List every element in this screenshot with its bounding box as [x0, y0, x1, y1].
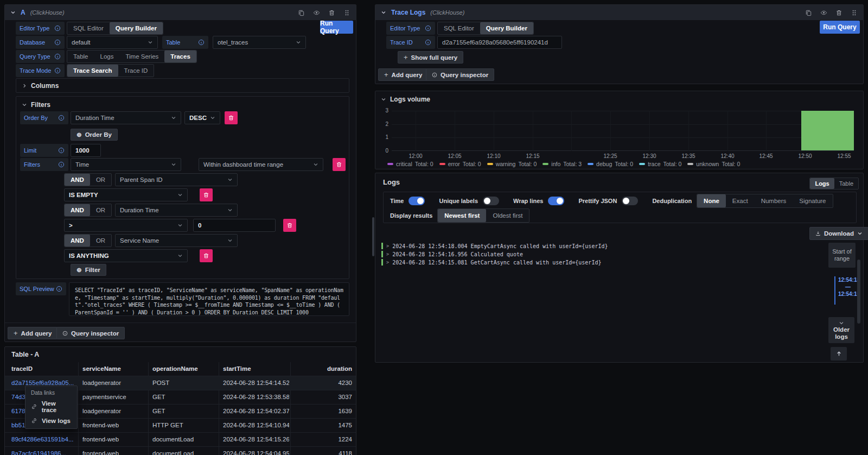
option-table-view[interactable]: Table	[834, 178, 858, 189]
collapse-chevron-icon[interactable]	[381, 10, 386, 15]
option-trace-search[interactable]: Trace Search	[67, 65, 118, 77]
option-signature[interactable]: Signature	[793, 194, 832, 207]
trace-id-input[interactable]: d2a7155ef6a928a05680e5ff6190241d	[437, 36, 562, 49]
column-header-servicename[interactable]: serviceName	[82, 365, 146, 372]
show-full-query-button[interactable]: +Show full query	[398, 51, 463, 64]
info-icon[interactable]	[58, 115, 65, 121]
option-none[interactable]: None	[697, 194, 726, 207]
info-icon[interactable]	[425, 25, 431, 31]
run-query-button[interactable]: Run Query	[820, 21, 860, 34]
add-query-button[interactable]: +Add query	[8, 327, 58, 339]
option-newest-first[interactable]: Newest first	[438, 209, 486, 222]
option-oldest-first[interactable]: Oldest first	[486, 209, 529, 222]
panel-a-header[interactable]: A (ClickHouse)	[5, 5, 356, 20]
columns-section[interactable]: Columns	[16, 78, 349, 93]
trace-mode-switch[interactable]: Trace Search Trace ID	[67, 64, 154, 77]
info-icon[interactable]	[54, 25, 61, 31]
scroll-to-top-button[interactable]	[831, 347, 847, 361]
view-trace-menu-item[interactable]: View trace	[25, 398, 77, 415]
option-query-builder[interactable]: Query Builder	[480, 22, 533, 34]
prettify-json-toggle[interactable]	[622, 197, 638, 205]
table-panel-title[interactable]: Table - A	[11, 351, 39, 358]
option-and[interactable]: AND	[65, 235, 90, 247]
delete-panel-icon[interactable]	[328, 9, 335, 16]
older-logs-button[interactable]: Older logs	[828, 317, 854, 343]
logs-volume-title[interactable]: Logs volume	[390, 96, 430, 103]
filter-operator-select[interactable]: IS EMPTY	[64, 188, 188, 201]
collapse-chevron-icon[interactable]	[10, 10, 16, 15]
duplicate-icon[interactable]	[298, 9, 305, 16]
legend-item[interactable]: errorTotal: 0	[439, 161, 481, 167]
option-or[interactable]: OR	[90, 204, 111, 216]
order-by-direction-select[interactable]: DESC	[184, 111, 220, 124]
order-by-field-select[interactable]: Duration Time	[71, 111, 181, 124]
info-icon[interactable]	[54, 39, 61, 46]
info-logs-bar[interactable]	[801, 111, 854, 150]
info-icon[interactable]	[425, 39, 431, 46]
column-header-starttime[interactable]: startTime	[223, 365, 289, 372]
expand-chevron-icon[interactable]: >	[386, 243, 389, 249]
option-sql-editor[interactable]: SQL Editor	[438, 22, 480, 34]
legend-item[interactable]: warningTotal: 0	[487, 161, 537, 167]
log-row[interactable]: > 2024-06-28 12:54:18.004 EmptyCartAsync…	[381, 242, 608, 250]
editor-type-switch[interactable]: SQL Editor Query Builder	[67, 22, 163, 35]
database-select[interactable]: default	[67, 36, 158, 49]
option-and[interactable]: AND	[65, 174, 90, 186]
log-row[interactable]: > 2024-06-28 12:54:16.956 Calculated quo…	[381, 250, 523, 258]
remove-order-by-button[interactable]	[225, 111, 238, 124]
table-select[interactable]: otel_traces	[213, 36, 306, 49]
drag-handle-icon[interactable]	[343, 9, 350, 16]
legend-item[interactable]: unknownTotal: 0	[687, 161, 740, 167]
scrollbar-thumb[interactable]	[372, 217, 374, 256]
filter-field-select[interactable]: Parent Span ID	[115, 173, 238, 186]
option-and[interactable]: AND	[65, 204, 90, 216]
unique-labels-toggle[interactable]	[483, 197, 499, 205]
remove-filter-button[interactable]	[200, 188, 213, 201]
add-query-button[interactable]: +Add query	[378, 68, 428, 81]
time-toggle[interactable]	[409, 197, 425, 205]
editor-type-switch[interactable]: SQL Editor Query Builder	[437, 22, 534, 35]
duplicate-icon[interactable]	[805, 9, 812, 16]
bool-operator-switch[interactable]: AND OR	[64, 204, 112, 217]
legend-item[interactable]: criticalTotal: 0	[387, 161, 433, 167]
query-type-switch[interactable]: Table Logs Time Series Traces	[67, 50, 197, 63]
trace-logs-header[interactable]: Trace Logs (ClickHouse)	[375, 5, 863, 20]
column-header-traceid[interactable]: traceID	[11, 365, 76, 372]
option-traces[interactable]: Traces	[164, 50, 196, 62]
hide-eye-icon[interactable]	[313, 9, 320, 16]
option-or[interactable]: OR	[90, 235, 111, 247]
info-icon[interactable]	[54, 67, 61, 74]
option-time-series[interactable]: Time Series	[119, 50, 164, 62]
info-icon[interactable]	[58, 147, 65, 154]
wrap-lines-toggle[interactable]	[548, 197, 564, 205]
drag-handle-icon[interactable]	[851, 9, 858, 16]
option-exact[interactable]: Exact	[726, 194, 755, 207]
legend-item[interactable]: traceTotal: 0	[639, 161, 681, 167]
limit-input[interactable]: 1000	[71, 144, 101, 157]
logs-volume-plot[interactable]	[392, 111, 854, 151]
query-inspector-button[interactable]: Query inspector	[56, 327, 125, 339]
option-numbers[interactable]: Numbers	[755, 194, 793, 207]
option-sql-editor[interactable]: SQL Editor	[67, 22, 110, 34]
legend-item[interactable]: infoTotal: 3	[542, 161, 582, 167]
logs-scrollbar-thumb[interactable]	[857, 260, 860, 324]
add-order-by-button[interactable]: ⊕Order By	[71, 129, 118, 141]
filter-operator-select[interactable]: >	[64, 219, 188, 232]
option-table[interactable]: Table	[67, 50, 94, 62]
option-logs-view[interactable]: Logs	[810, 178, 834, 189]
columns-section-title[interactable]: Columns	[31, 82, 59, 90]
log-row[interactable]: > 2024-06-28 12:54:15.081 GetCartAsync c…	[381, 258, 601, 266]
remove-filter-button[interactable]	[200, 249, 213, 262]
option-trace-id[interactable]: Trace ID	[118, 65, 154, 77]
trace-link[interactable]: 8a7acfc61941986...	[11, 450, 76, 455]
bool-operator-switch[interactable]: AND OR	[64, 173, 112, 186]
filters-section-title[interactable]: Filters	[31, 101, 50, 109]
deduplication-switch[interactable]: None Exact Numbers Signature	[697, 194, 833, 208]
option-logs[interactable]: Logs	[94, 50, 120, 62]
info-icon[interactable]	[54, 53, 61, 60]
remove-filter-button[interactable]	[333, 158, 346, 171]
logs-view-switch[interactable]: Logs Table	[809, 178, 859, 189]
bool-operator-switch[interactable]: AND OR	[64, 234, 112, 247]
filter-operator-select[interactable]: IS ANYTHING	[64, 249, 188, 262]
option-query-builder[interactable]: Query Builder	[110, 22, 163, 34]
